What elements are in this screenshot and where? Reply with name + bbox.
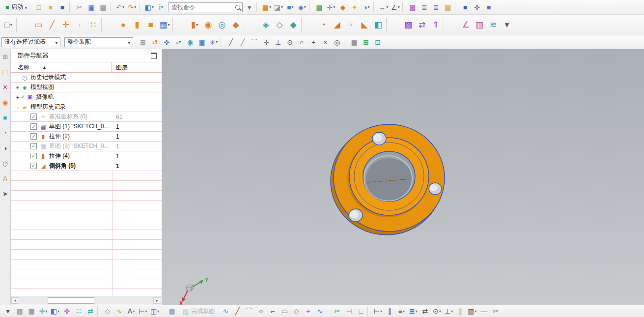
pattern-curve-icon[interactable]: ⊞	[407, 306, 419, 316]
tree-item-label[interactable]: 摄像机	[36, 93, 54, 101]
snap-arc-icon[interactable]: ⌒	[249, 37, 260, 48]
offset-curve-icon[interactable]: ⊙	[431, 306, 443, 316]
line-icon[interactable]: ╱	[231, 306, 243, 316]
snap-midpoint-icon[interactable]: ✛	[260, 37, 272, 48]
horizontal-scrollbar[interactable]: ◂ ▸	[11, 296, 162, 305]
parallel-lines-icon[interactable]: ∥	[454, 306, 466, 316]
flange-part[interactable]	[324, 111, 452, 238]
more-features-icon[interactable]: ▾	[500, 18, 514, 32]
tree-item-label[interactable]: 草图 (3) "SKETCH_0...	[49, 142, 109, 150]
paste-icon[interactable]: ▤	[97, 2, 109, 13]
csys-display-icon[interactable]: ✛	[325, 2, 337, 13]
show-constraints-icon[interactable]: ≡	[395, 306, 407, 316]
intersect-icon[interactable]: ◆	[286, 18, 300, 32]
point-set-icon[interactable]: ∷	[86, 18, 100, 32]
find-command-box[interactable]	[168, 2, 243, 12]
window-display-icon[interactable]: ▦	[261, 2, 273, 13]
mirror-assembly-icon[interactable]: ⇄	[84, 306, 96, 316]
spline-tool-icon[interactable]: ∿	[113, 306, 125, 316]
polygon-icon[interactable]: ◇	[290, 306, 302, 316]
touch-mode-icon[interactable]: ⊞	[1, 52, 10, 61]
measure-body-icon[interactable]: ∠	[459, 18, 473, 32]
part-navigator-icon[interactable]: ◉	[1, 98, 10, 107]
point-tool-icon[interactable]: +	[302, 306, 314, 316]
snap-circle-icon[interactable]: ○	[296, 37, 308, 48]
tree-item-label[interactable]: 历史记录模式	[30, 73, 66, 82]
tree-item[interactable]: ▮ 拉伸 (4) 1	[11, 151, 162, 161]
snap-settings-icon[interactable]: ⊞	[137, 37, 149, 48]
sketch-icon[interactable]: ▦	[158, 18, 171, 32]
selection-filter-combo[interactable]: 没有选择过滤器	[1, 37, 60, 47]
constraint-navigator-icon[interactable]: ✕	[1, 83, 10, 91]
tree-checkbox[interactable]	[30, 163, 37, 169]
tree-item[interactable]: ◢ 倒斜角 (5) 1	[11, 161, 162, 171]
block-add-icon[interactable]: ◫	[149, 306, 161, 316]
sphere-icon[interactable]: ●	[116, 18, 130, 32]
tree-item-label[interactable]: 基准坐标系 (0)	[49, 113, 87, 121]
chamfer-icon[interactable]: ◢	[330, 18, 344, 32]
view-section-icon[interactable]: ⊡	[372, 37, 384, 48]
fillet-icon[interactable]: ⌐	[267, 306, 279, 316]
info-icon[interactable]: i	[155, 2, 167, 13]
redo-icon[interactable]: ↷	[126, 2, 138, 13]
tree-item[interactable]: ▮ 拉伸 (2) 1	[11, 132, 162, 142]
snap-perpendicular-icon[interactable]: ⊥	[272, 37, 284, 48]
constraint-cube-icon[interactable]: ■	[483, 2, 495, 13]
reuse-library-icon[interactable]: ■	[1, 113, 10, 122]
datum-axis-icon[interactable]: ╱	[45, 18, 59, 32]
columns-icon[interactable]: ▥	[466, 306, 478, 316]
draft-icon[interactable]: ◣	[358, 18, 371, 32]
rapid-dimension-icon[interactable]: ⊢	[372, 306, 384, 316]
finish-sketch-button[interactable]: ▨ 完成草图	[183, 307, 215, 316]
menu-chevron-icon[interactable]: ▾	[2, 306, 14, 316]
start-menu-button[interactable]: ■ 启动	[1, 1, 31, 13]
quick-trim-icon[interactable]: ✂	[331, 306, 343, 316]
tree-checkbox[interactable]	[30, 133, 37, 140]
tree-item[interactable]: + ▣ 摄像机	[11, 92, 162, 102]
snap-on-curve-icon[interactable]: ◎	[331, 37, 343, 48]
tree-item[interactable]: ◷ 历史记录模式	[11, 73, 162, 83]
edit-curve-icon[interactable]: ✂	[490, 306, 502, 316]
text-tool-icon[interactable]: A	[125, 306, 137, 316]
point-icon[interactable]: ∙	[73, 18, 86, 32]
block-icon[interactable]: ■	[144, 18, 158, 32]
edit-section-icon[interactable]: ◑	[361, 2, 372, 13]
layer-settings-icon[interactable]: ≣	[419, 2, 430, 13]
make-corner-icon[interactable]: ∟	[355, 306, 366, 316]
trim-body-icon[interactable]: ◧	[371, 18, 385, 32]
drag-handle-icon[interactable]: ✜	[161, 37, 172, 48]
checker-map-icon[interactable]: ▦	[166, 306, 178, 316]
mirror-curve-icon[interactable]: ⇄	[419, 306, 431, 316]
profile-icon[interactable]: ∿	[220, 306, 231, 316]
pattern-component-icon[interactable]: ∷	[73, 306, 84, 316]
tree-expander-icon[interactable]: +	[15, 85, 21, 90]
clipboard-icon[interactable]: ▤	[14, 306, 26, 316]
pattern-feature-icon[interactable]: ▩	[401, 18, 415, 32]
tree-item[interactable]: ▦ 草图 (3) "SKETCH_0... 1	[11, 142, 162, 151]
geometric-constraint-icon[interactable]: ∥	[384, 306, 395, 316]
tree-checkbox[interactable]	[30, 143, 37, 149]
dimension-tool-icon[interactable]: ⊢	[137, 306, 149, 316]
true-shading-icon[interactable]: ◆	[337, 2, 349, 13]
clock-icon[interactable]: ◷	[1, 159, 10, 168]
window-grid-icon[interactable]: ▦	[26, 306, 37, 316]
measure-bottom-icon[interactable]: ⊥	[443, 306, 454, 316]
circle-icon[interactable]: ○	[255, 306, 267, 316]
scrollbar-thumb[interactable]	[48, 297, 94, 304]
tree-item-label[interactable]: 拉伸 (2)	[49, 132, 70, 141]
snap-endpoint-icon[interactable]: ╱	[225, 37, 237, 48]
tree-expander-icon[interactable]: +	[15, 94, 21, 100]
revolve-icon[interactable]: ◉	[201, 18, 215, 32]
tree-item[interactable]: ▦ 草图 (1) "SKETCH_0... 1	[11, 122, 162, 132]
reset-orientation-icon[interactable]: ↺	[149, 37, 161, 48]
rib-icon[interactable]: ◆	[229, 18, 243, 32]
grid-icon[interactable]: ▦	[348, 37, 360, 48]
move-component-icon[interactable]: ✜	[471, 2, 483, 13]
notebook-icon[interactable]: ▤	[442, 2, 454, 13]
shaded-view-icon[interactable]: ▣	[196, 37, 208, 48]
snap-center-icon[interactable]: ⊙	[284, 37, 296, 48]
graphics-viewport[interactable]: Y X	[162, 49, 644, 305]
offset-face-icon[interactable]: ⇑	[429, 18, 443, 32]
unite-icon[interactable]: ◈	[259, 18, 273, 32]
rectangle-icon[interactable]: ▭	[279, 306, 290, 316]
